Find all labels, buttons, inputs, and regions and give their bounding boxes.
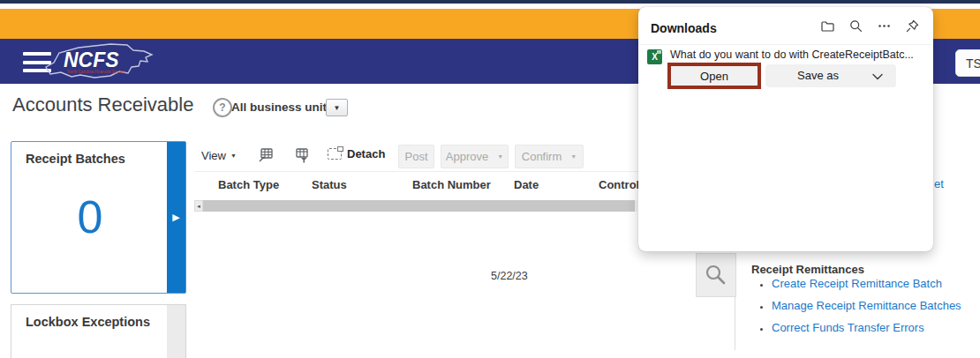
chevron-down-icon: ▼ [230, 153, 237, 159]
downloads-popup: Downloads X What do you want to do w [638, 7, 933, 251]
column-header-date[interactable]: Date [514, 178, 539, 191]
play-arrow-icon: ▶ [172, 212, 179, 223]
search-icon [705, 264, 727, 287]
post-label: Post [404, 150, 427, 163]
screen: NCFS North Carolina Financial System TS … [0, 0, 980, 358]
horizontal-scrollbar-thumb[interactable] [203, 200, 635, 212]
view-menu-button[interactable]: View ▼ [201, 149, 237, 162]
open-downloads-folder-icon[interactable] [820, 19, 835, 34]
help-glyph: ? [219, 101, 225, 114]
task-link-correct-funds-transfer-errors[interactable]: Correct Funds Transfer Errors [772, 321, 924, 334]
tile-strip [167, 305, 185, 358]
tile-title: Receipt Batches [26, 152, 125, 166]
scrollbar-left-arrow[interactable]: ◄ [194, 200, 203, 212]
page-title: Accounts Receivable [12, 93, 193, 116]
chevron-down-icon[interactable] [871, 72, 884, 81]
column-header-batch-type[interactable]: Batch Type [218, 178, 279, 191]
tile-expand-strip[interactable]: ▶ [167, 142, 185, 293]
tasks-panel-divider [735, 297, 735, 350]
help-icon[interactable]: ? [213, 98, 232, 117]
excel-file-icon: X [647, 49, 662, 64]
business-units-label: All business units [231, 101, 334, 114]
tasks-search-button[interactable] [696, 253, 736, 297]
receipt-batches-tile[interactable]: Receipt Batches 0 ▶ [11, 141, 186, 294]
downloads-popup-title: Downloads [651, 21, 717, 35]
task-list-item: Correct Funds Transfer Errors [772, 321, 980, 334]
detach-label: Detach [347, 147, 385, 160]
save-as-label: Save as [797, 69, 839, 82]
approve-label: Approve [446, 150, 488, 163]
search-downloads-icon[interactable] [848, 19, 863, 34]
approve-split-button[interactable]: Approve ▼ [441, 145, 509, 168]
task-link-manage-receipt-remittance-batches[interactable]: Manage Receipt Remittance Batches [772, 299, 961, 312]
column-header-batch-number[interactable]: Batch Number [412, 178, 491, 191]
logo-text: NCFS [64, 48, 119, 71]
chevron-down-icon: ▼ [334, 104, 341, 112]
tile-title: Lockbox Exceptions [26, 315, 150, 329]
chevron-down-icon: ▼ [497, 153, 503, 160]
open-label: Open [700, 70, 728, 83]
post-button[interactable]: Post [398, 145, 434, 168]
task-list-item: Manage Receipt Remittance Batches [772, 299, 980, 312]
column-header-status[interactable]: Status [312, 178, 347, 191]
popup-header-divider [638, 44, 933, 45]
user-initials-badge[interactable]: TS [955, 49, 980, 77]
downloads-popup-toolbar [820, 19, 920, 34]
lockbox-exceptions-tile[interactable]: Lockbox Exceptions [11, 304, 186, 358]
tasks-link-list: Create Receipt Remittance Batch Manage R… [759, 277, 980, 343]
partially-hidden-task-link[interactable]: et [934, 177, 944, 190]
user-initials: TS [966, 56, 980, 71]
download-prompt-text: What do you want to do with CreateReceip… [670, 48, 928, 61]
ncfs-logo: NCFS North Carolina Financial System [41, 39, 159, 85]
confirm-label: Confirm [522, 150, 562, 163]
task-link-create-receipt-remittance-batch[interactable]: Create Receipt Remittance Batch [772, 277, 942, 290]
task-list-item: Create Receipt Remittance Batch [772, 277, 980, 290]
detach-button[interactable]: Detach [328, 147, 385, 160]
more-options-icon[interactable] [877, 19, 892, 34]
save-as-split-button[interactable]: Save as [765, 64, 896, 87]
query-by-example-icon[interactable] [293, 146, 311, 164]
export-to-excel-icon[interactable] [257, 146, 275, 164]
chevron-down-icon: ▼ [570, 153, 577, 160]
business-units-dropdown[interactable]: ▼ [326, 99, 348, 116]
pin-icon[interactable] [905, 19, 920, 34]
column-header-control[interactable]: Control [599, 178, 639, 191]
table-row-date-value: 5/22/23 [491, 270, 528, 282]
confirm-split-button[interactable]: Confirm ▼ [515, 145, 584, 168]
toolbar-divider [194, 171, 694, 172]
view-label: View [201, 149, 226, 162]
scroll-left-icon: ◄ [196, 204, 201, 209]
receipt-batches-count: 0 [11, 190, 169, 243]
open-button[interactable]: Open [667, 63, 761, 89]
logo-subtitle: North Carolina Financial System [67, 70, 125, 74]
detach-icon [328, 148, 342, 160]
browser-top-edge [0, 0, 980, 4]
tasks-section-heading: Receipt Remittances [751, 263, 864, 276]
